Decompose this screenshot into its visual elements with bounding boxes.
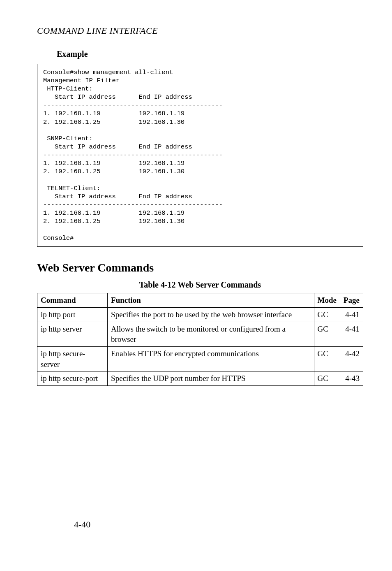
cell-command: ip http secure-server	[37, 347, 108, 371]
console-line: Start IP address End IP address	[43, 93, 192, 101]
console-line: Console#show management all-client	[43, 69, 173, 76]
cell-mode: GC	[314, 371, 340, 386]
running-header: COMMAND LINE INTERFACE	[37, 25, 363, 37]
console-line: 1. 192.168.1.19 192.168.1.19	[43, 110, 184, 117]
cell-function: Specifies the port to be used by the web…	[108, 308, 314, 322]
console-line: ----------------------------------------…	[43, 201, 223, 209]
cell-function: Specifies the UDP port number for HTTPS	[108, 371, 314, 386]
table-row: ip http server Allows the switch to be m…	[37, 322, 363, 346]
table-caption: Table 4-12 Web Server Commands	[37, 279, 363, 290]
cell-function: Allows the switch to be monitored or con…	[108, 322, 314, 346]
console-line: HTTP-Client:	[43, 85, 93, 93]
console-line: 1. 192.168.1.19 192.168.1.19	[43, 209, 184, 217]
col-function: Function	[108, 293, 314, 308]
table-row: ip http secure-server Enables HTTPS for …	[37, 347, 363, 371]
cell-mode: GC	[314, 322, 340, 346]
cell-command: ip http port	[37, 308, 108, 322]
example-heading: Example	[57, 49, 363, 60]
console-line: ----------------------------------------…	[43, 102, 223, 109]
cell-page: 4-41	[340, 322, 363, 346]
cell-mode: GC	[314, 308, 340, 322]
cell-page: 4-43	[340, 371, 363, 386]
table-row: ip http port Specifies the port to be us…	[37, 308, 363, 322]
col-mode: Mode	[314, 293, 340, 308]
cell-page: 4-42	[340, 347, 363, 371]
col-command: Command	[37, 293, 108, 308]
cell-page: 4-41	[340, 308, 363, 322]
console-output: Console#show management all-client Manag…	[37, 64, 363, 247]
table-row: ip http secure-port Specifies the UDP po…	[37, 371, 363, 386]
console-line: 2. 192.168.1.25 192.168.1.30	[43, 168, 184, 175]
section-title: Web Server Commands	[37, 260, 363, 276]
console-line: 2. 192.168.1.25 192.168.1.30	[43, 218, 184, 225]
table-header-row: Command Function Mode Page	[37, 293, 363, 308]
console-line: 1. 192.168.1.19 192.168.1.19	[43, 160, 184, 167]
web-server-commands-table: Command Function Mode Page ip http port …	[37, 293, 363, 385]
console-line: Start IP address End IP address	[43, 193, 192, 200]
console-line: Management IP Filter	[43, 77, 120, 84]
col-page: Page	[340, 293, 363, 308]
cell-function: Enables HTTPS for encrypted communicatio…	[108, 347, 314, 371]
console-line: Console#	[43, 234, 74, 242]
console-line: TELNET-Client:	[43, 185, 101, 192]
console-line: SNMP-Client:	[43, 135, 93, 142]
cell-command: ip http secure-port	[37, 371, 108, 386]
console-line: 2. 192.168.1.25 192.168.1.30	[43, 118, 184, 126]
cell-mode: GC	[314, 347, 340, 371]
cell-command: ip http server	[37, 322, 108, 346]
console-line: Start IP address End IP address	[43, 143, 192, 151]
console-line: ----------------------------------------…	[43, 151, 223, 159]
page-number: 4-40	[74, 518, 90, 531]
